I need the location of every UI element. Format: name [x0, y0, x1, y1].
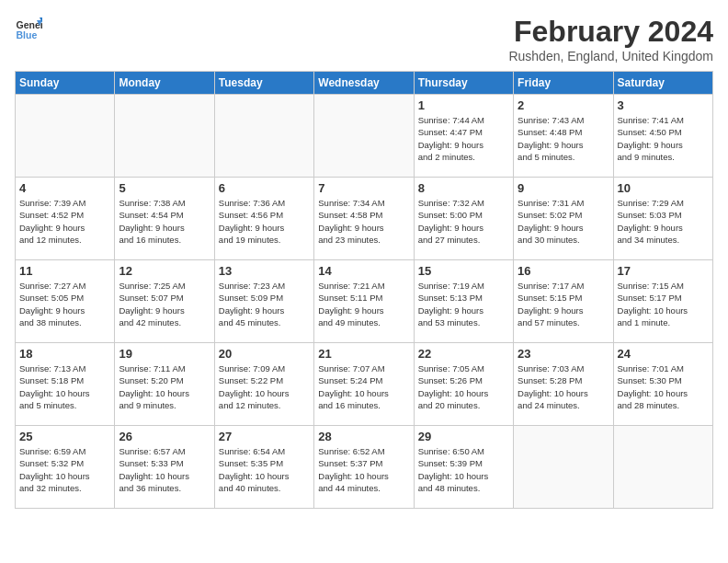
calendar-day-cell [514, 426, 613, 509]
day-info: Sunrise: 7:27 AM Sunset: 5:05 PM Dayligh… [19, 280, 110, 328]
calendar-body: 1Sunrise: 7:44 AM Sunset: 4:47 PM Daylig… [16, 95, 713, 509]
location-title: Rushden, England, United Kingdom [508, 49, 713, 63]
day-number: 23 [518, 347, 609, 361]
day-info: Sunrise: 7:19 AM Sunset: 5:13 PM Dayligh… [418, 280, 509, 328]
day-info: Sunrise: 7:38 AM Sunset: 4:54 PM Dayligh… [119, 197, 210, 246]
calendar-week-row: 18Sunrise: 7:13 AM Sunset: 5:18 PM Dayli… [16, 343, 713, 426]
calendar-header-cell: Wednesday [314, 72, 414, 95]
calendar-day-cell: 4Sunrise: 7:39 AM Sunset: 4:52 PM Daylig… [16, 178, 115, 260]
calendar-week-row: 4Sunrise: 7:39 AM Sunset: 4:52 PM Daylig… [16, 178, 713, 260]
day-info: Sunrise: 7:09 AM Sunset: 5:22 PM Dayligh… [219, 362, 310, 411]
calendar-day-cell: 22Sunrise: 7:05 AM Sunset: 5:26 PM Dayli… [414, 343, 513, 426]
day-number: 8 [418, 181, 509, 195]
day-number: 2 [518, 98, 609, 112]
calendar-day-cell [16, 95, 115, 178]
calendar-day-cell: 3Sunrise: 7:41 AM Sunset: 4:50 PM Daylig… [613, 95, 712, 178]
calendar-day-cell: 12Sunrise: 7:25 AM Sunset: 5:07 PM Dayli… [115, 260, 214, 343]
day-info: Sunrise: 7:07 AM Sunset: 5:24 PM Dayligh… [318, 362, 409, 411]
day-info: Sunrise: 7:29 AM Sunset: 5:03 PM Dayligh… [618, 197, 709, 246]
calendar-week-row: 25Sunrise: 6:59 AM Sunset: 5:32 PM Dayli… [16, 426, 713, 509]
calendar-day-cell: 13Sunrise: 7:23 AM Sunset: 5:09 PM Dayli… [214, 260, 313, 343]
calendar-day-cell: 9Sunrise: 7:31 AM Sunset: 5:02 PM Daylig… [514, 178, 613, 260]
calendar-day-cell: 24Sunrise: 7:01 AM Sunset: 5:30 PM Dayli… [613, 343, 712, 426]
svg-text:Blue: Blue [17, 29, 38, 40]
day-info: Sunrise: 7:17 AM Sunset: 5:15 PM Dayligh… [518, 280, 609, 328]
calendar-day-cell: 5Sunrise: 7:38 AM Sunset: 4:54 PM Daylig… [115, 178, 214, 260]
day-number: 1 [418, 98, 509, 112]
day-number: 26 [119, 430, 210, 443]
day-info: Sunrise: 6:57 AM Sunset: 5:33 PM Dayligh… [119, 445, 210, 494]
day-number: 21 [318, 347, 409, 361]
day-info: Sunrise: 7:39 AM Sunset: 4:52 PM Dayligh… [19, 197, 110, 246]
day-info: Sunrise: 7:03 AM Sunset: 5:28 PM Dayligh… [518, 362, 609, 411]
calendar-day-cell: 25Sunrise: 6:59 AM Sunset: 5:32 PM Dayli… [16, 426, 115, 509]
header: General Blue February 2024 Rushden, Engl… [15, 15, 713, 63]
calendar-day-cell: 27Sunrise: 6:54 AM Sunset: 5:35 PM Dayli… [214, 426, 313, 509]
day-number: 18 [19, 347, 110, 361]
day-number: 14 [318, 264, 409, 278]
logo-icon: General Blue [15, 15, 42, 42]
calendar-day-cell: 1Sunrise: 7:44 AM Sunset: 4:47 PM Daylig… [414, 95, 513, 178]
day-info: Sunrise: 7:31 AM Sunset: 5:02 PM Dayligh… [518, 197, 609, 246]
calendar-header-cell: Sunday [16, 72, 115, 95]
day-number: 15 [418, 264, 509, 278]
day-number: 13 [219, 264, 310, 278]
calendar-header-cell: Monday [115, 72, 214, 95]
day-number: 3 [618, 98, 709, 112]
calendar-day-cell: 20Sunrise: 7:09 AM Sunset: 5:22 PM Dayli… [214, 343, 313, 426]
calendar-header-cell: Friday [514, 72, 613, 95]
day-number: 7 [318, 181, 409, 195]
day-info: Sunrise: 7:15 AM Sunset: 5:17 PM Dayligh… [618, 280, 709, 328]
day-info: Sunrise: 7:32 AM Sunset: 5:00 PM Dayligh… [418, 197, 509, 246]
day-info: Sunrise: 7:43 AM Sunset: 4:48 PM Dayligh… [518, 114, 609, 163]
day-info: Sunrise: 7:41 AM Sunset: 4:50 PM Dayligh… [618, 114, 709, 163]
day-info: Sunrise: 7:36 AM Sunset: 4:56 PM Dayligh… [219, 197, 310, 246]
day-number: 12 [119, 264, 210, 278]
day-number: 24 [618, 347, 709, 361]
calendar-day-cell: 17Sunrise: 7:15 AM Sunset: 5:17 PM Dayli… [613, 260, 712, 343]
day-info: Sunrise: 6:54 AM Sunset: 5:35 PM Dayligh… [219, 445, 310, 494]
day-number: 5 [119, 181, 210, 195]
day-info: Sunrise: 7:44 AM Sunset: 4:47 PM Dayligh… [418, 114, 509, 163]
calendar-day-cell: 19Sunrise: 7:11 AM Sunset: 5:20 PM Dayli… [115, 343, 214, 426]
calendar-day-cell: 28Sunrise: 6:52 AM Sunset: 5:37 PM Dayli… [314, 426, 414, 509]
calendar-header-cell: Saturday [613, 72, 712, 95]
calendar-day-cell: 29Sunrise: 6:50 AM Sunset: 5:39 PM Dayli… [414, 426, 513, 509]
day-number: 10 [618, 181, 709, 195]
calendar-header-cell: Tuesday [214, 72, 313, 95]
calendar-day-cell: 15Sunrise: 7:19 AM Sunset: 5:13 PM Dayli… [414, 260, 513, 343]
day-info: Sunrise: 7:13 AM Sunset: 5:18 PM Dayligh… [19, 362, 110, 411]
day-number: 27 [219, 430, 310, 443]
calendar-day-cell: 11Sunrise: 7:27 AM Sunset: 5:05 PM Dayli… [16, 260, 115, 343]
day-number: 6 [219, 181, 310, 195]
calendar-day-cell: 6Sunrise: 7:36 AM Sunset: 4:56 PM Daylig… [214, 178, 313, 260]
day-number: 29 [418, 430, 509, 443]
day-info: Sunrise: 7:01 AM Sunset: 5:30 PM Dayligh… [618, 362, 709, 411]
calendar-day-cell: 26Sunrise: 6:57 AM Sunset: 5:33 PM Dayli… [115, 426, 214, 509]
day-number: 9 [518, 181, 609, 195]
day-info: Sunrise: 7:11 AM Sunset: 5:20 PM Dayligh… [119, 362, 210, 411]
day-number: 16 [518, 264, 609, 278]
calendar-week-row: 11Sunrise: 7:27 AM Sunset: 5:05 PM Dayli… [16, 260, 713, 343]
calendar-day-cell [214, 95, 313, 178]
day-number: 4 [19, 181, 110, 195]
day-number: 17 [618, 264, 709, 278]
calendar-day-cell: 18Sunrise: 7:13 AM Sunset: 5:18 PM Dayli… [16, 343, 115, 426]
day-number: 25 [19, 430, 110, 443]
day-info: Sunrise: 7:25 AM Sunset: 5:07 PM Dayligh… [119, 280, 210, 328]
title-block: February 2024 Rushden, England, United K… [508, 15, 713, 63]
calendar-day-cell: 16Sunrise: 7:17 AM Sunset: 5:15 PM Dayli… [514, 260, 613, 343]
day-info: Sunrise: 6:50 AM Sunset: 5:39 PM Dayligh… [418, 445, 509, 494]
calendar-day-cell [314, 95, 414, 178]
calendar-day-cell: 21Sunrise: 7:07 AM Sunset: 5:24 PM Dayli… [314, 343, 414, 426]
calendar-header-row: SundayMondayTuesdayWednesdayThursdayFrid… [16, 72, 713, 95]
calendar-header-cell: Thursday [414, 72, 513, 95]
day-info: Sunrise: 7:23 AM Sunset: 5:09 PM Dayligh… [219, 280, 310, 328]
calendar-table: SundayMondayTuesdayWednesdayThursdayFrid… [15, 71, 713, 509]
day-info: Sunrise: 7:21 AM Sunset: 5:11 PM Dayligh… [318, 280, 409, 328]
day-info: Sunrise: 6:59 AM Sunset: 5:32 PM Dayligh… [19, 445, 110, 494]
day-number: 22 [418, 347, 509, 361]
calendar-day-cell: 23Sunrise: 7:03 AM Sunset: 5:28 PM Dayli… [514, 343, 613, 426]
calendar-day-cell: 8Sunrise: 7:32 AM Sunset: 5:00 PM Daylig… [414, 178, 513, 260]
calendar-day-cell: 7Sunrise: 7:34 AM Sunset: 4:58 PM Daylig… [314, 178, 414, 260]
